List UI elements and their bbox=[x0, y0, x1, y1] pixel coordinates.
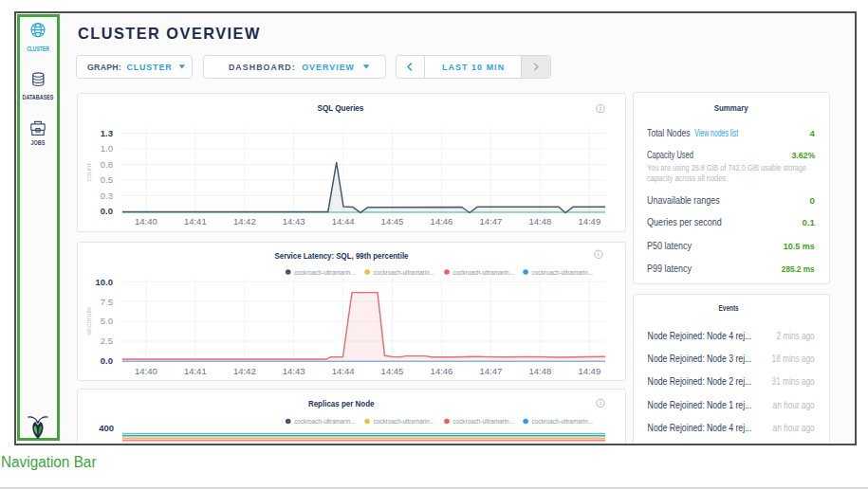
svg-text:14:48: 14:48 bbox=[529, 366, 552, 376]
svg-text:0.0: 0.0 bbox=[101, 206, 113, 216]
svg-text:count: count bbox=[84, 162, 93, 181]
svg-text:14:46: 14:46 bbox=[431, 216, 453, 227]
svg-text:31 mins ago: 31 mins ago bbox=[772, 376, 815, 387]
svg-text:0.8: 0.8 bbox=[101, 159, 113, 170]
svg-text:an hour ago: an hour ago bbox=[773, 423, 815, 433]
svg-text:14:49: 14:49 bbox=[578, 216, 600, 227]
svg-text:cockroach-ultramarin...: cockroach-ultramarin... bbox=[532, 417, 593, 426]
svg-text:cockroach-ultramarin...: cockroach-ultramarin... bbox=[532, 268, 593, 277]
svg-text:DASHBOARD:: DASHBOARD: bbox=[229, 63, 295, 72]
svg-text:Node Rejoined: Node 4 rej...: Node Rejoined: Node 4 rej... bbox=[648, 331, 752, 341]
svg-text:Unavailable ranges: Unavailable ranges bbox=[647, 195, 720, 206]
svg-text:14:43: 14:43 bbox=[283, 216, 305, 227]
svg-text:Events: Events bbox=[719, 303, 739, 313]
svg-text:2 mins ago: 2 mins ago bbox=[777, 331, 815, 341]
svg-text:cockroach-ultramarin...: cockroach-ultramarin... bbox=[294, 417, 355, 426]
svg-text:JOBS: JOBS bbox=[31, 139, 46, 146]
svg-text:14:48: 14:48 bbox=[529, 216, 552, 227]
svg-text:14:49: 14:49 bbox=[578, 366, 600, 376]
svg-text:Capacity Used: Capacity Used bbox=[647, 150, 693, 160]
svg-text:CLUSTER: CLUSTER bbox=[126, 63, 172, 72]
svg-text:SQL Queries: SQL Queries bbox=[318, 104, 364, 113]
svg-text:14:47: 14:47 bbox=[480, 216, 503, 227]
svg-text:18 mins ago: 18 mins ago bbox=[772, 354, 815, 364]
svg-text:14:44: 14:44 bbox=[332, 216, 355, 227]
svg-text:3.62%: 3.62% bbox=[791, 150, 815, 160]
svg-text:You are using 26.8 GiB of 742.: You are using 26.8 GiB of 742.0 GiB usab… bbox=[647, 163, 806, 172]
svg-text:14:41: 14:41 bbox=[184, 366, 207, 376]
svg-text:0.5: 0.5 bbox=[101, 174, 113, 185]
svg-text:4: 4 bbox=[810, 128, 816, 138]
svg-text:7.5: 7.5 bbox=[101, 297, 113, 307]
svg-text:Navigation Bar: Navigation Bar bbox=[1, 454, 97, 470]
svg-text:14:42: 14:42 bbox=[233, 216, 256, 227]
svg-text:400: 400 bbox=[99, 423, 114, 433]
svg-text:5.0: 5.0 bbox=[101, 316, 113, 326]
svg-text:0.0: 0.0 bbox=[101, 355, 113, 366]
svg-text:seconds: seconds bbox=[84, 307, 93, 336]
svg-text:CLUSTER: CLUSTER bbox=[27, 45, 49, 52]
svg-text:0.1: 0.1 bbox=[803, 217, 816, 227]
svg-text:DATABASES: DATABASES bbox=[23, 94, 54, 100]
svg-text:14:43: 14:43 bbox=[283, 366, 305, 376]
svg-text:14:46: 14:46 bbox=[431, 366, 453, 376]
svg-text:cockroach-ultramarin...: cockroach-ultramarin... bbox=[294, 268, 355, 277]
svg-text:cockroach-ultramarin...: cockroach-ultramarin... bbox=[374, 417, 434, 426]
svg-text:1.3: 1.3 bbox=[101, 128, 113, 138]
svg-text:285.2 ms: 285.2 ms bbox=[782, 263, 815, 274]
svg-text:Node Rejoined: Node 2 rej...: Node Rejoined: Node 2 rej... bbox=[648, 376, 752, 387]
svg-text:10.0: 10.0 bbox=[96, 277, 114, 287]
svg-text:OVERVIEW: OVERVIEW bbox=[302, 63, 354, 72]
svg-text:14:45: 14:45 bbox=[381, 216, 404, 227]
svg-text:10.5 ms: 10.5 ms bbox=[784, 241, 815, 251]
svg-text:cockroach-ultramarin...: cockroach-ultramarin... bbox=[453, 268, 514, 277]
svg-text:cockroach-ultramarin...: cockroach-ultramarin... bbox=[374, 268, 434, 277]
svg-text:0.3: 0.3 bbox=[101, 191, 113, 201]
svg-text:14:44: 14:44 bbox=[332, 366, 355, 376]
svg-text:an hour ago: an hour ago bbox=[773, 400, 815, 410]
svg-text:Total Nodes: Total Nodes bbox=[647, 128, 690, 138]
svg-text:14:45: 14:45 bbox=[381, 366, 404, 376]
svg-text:CLUSTER OVERVIEW: CLUSTER OVERVIEW bbox=[78, 25, 260, 42]
svg-text:Service Latency: SQL, 99th per: Service Latency: SQL, 99th percentile bbox=[275, 252, 409, 261]
svg-text:14:42: 14:42 bbox=[233, 366, 256, 376]
svg-text:0: 0 bbox=[810, 195, 815, 206]
svg-text:Replicas per Node: Replicas per Node bbox=[308, 400, 375, 408]
svg-text:Node Rejoined: Node 1 rej...: Node Rejoined: Node 1 rej... bbox=[648, 400, 752, 410]
svg-text:View nodes list: View nodes list bbox=[694, 128, 738, 138]
svg-text:Queries per second: Queries per second bbox=[647, 217, 722, 227]
svg-text:GRAPH:: GRAPH: bbox=[87, 63, 121, 72]
svg-text:P99 latency: P99 latency bbox=[647, 263, 692, 274]
svg-text:capacity across all nodes.: capacity across all nodes. bbox=[647, 173, 728, 183]
svg-text:1.0: 1.0 bbox=[101, 143, 113, 154]
svg-text:14:40: 14:40 bbox=[135, 216, 157, 227]
svg-text:Node Rejoined: Node 4 rej...: Node Rejoined: Node 4 rej... bbox=[648, 423, 752, 433]
svg-text:14:40: 14:40 bbox=[135, 366, 157, 376]
svg-text:Summary: Summary bbox=[714, 103, 748, 113]
svg-text:LAST 10 MIN: LAST 10 MIN bbox=[442, 63, 504, 72]
svg-text:14:47: 14:47 bbox=[480, 366, 503, 376]
svg-text:2.5: 2.5 bbox=[101, 336, 113, 346]
svg-text:P50 latency: P50 latency bbox=[647, 241, 692, 251]
svg-text:14:41: 14:41 bbox=[184, 216, 207, 227]
svg-text:cockroach-ultramarin...: cockroach-ultramarin... bbox=[453, 417, 514, 426]
svg-text:Node Rejoined: Node 3 rej...: Node Rejoined: Node 3 rej... bbox=[648, 354, 752, 364]
